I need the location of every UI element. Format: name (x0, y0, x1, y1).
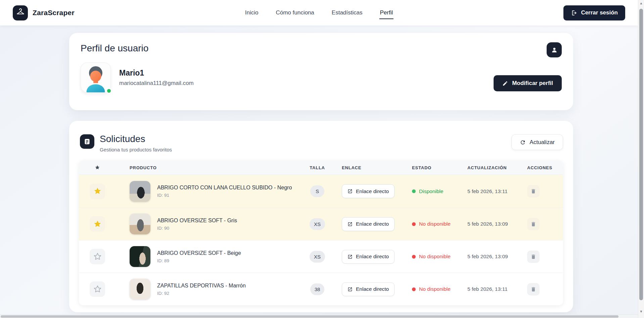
vertical-scrollbar-thumb[interactable] (639, 9, 643, 300)
requests-subtitle: Gestiona tus productos favoritos (100, 147, 172, 152)
column-header-producto: PRODUCTO (116, 165, 304, 170)
status-dot (412, 255, 416, 259)
vertical-scrollbar[interactable]: ▲ ▼ (638, 0, 644, 318)
delete-button[interactable] (527, 218, 540, 230)
favorite-toggle-button[interactable] (90, 216, 105, 232)
external-link-icon (348, 189, 353, 194)
direct-link-label: Enlace directo (356, 221, 389, 227)
avatar (81, 62, 111, 93)
document-icon (80, 134, 94, 149)
delete-button[interactable] (527, 185, 540, 197)
table-row: ABRIGO OVERSIZE SOFT - Beige ID: 89 XS E… (79, 240, 563, 273)
edit-profile-label: Modificar perfil (512, 80, 553, 87)
product-title: ABRIGO OVERSIZE SOFT - Beige (157, 250, 241, 256)
username: Mario1 (119, 69, 194, 78)
product-thumbnail (130, 181, 150, 202)
product-title: ABRIGO OVERSIZE SOFT - Gris (157, 218, 237, 224)
refresh-button[interactable]: Actualizar (511, 134, 563, 150)
size-badge: XS (310, 218, 325, 230)
refresh-icon (520, 139, 526, 145)
nav-item-como-funciona[interactable]: Cómo funciona (275, 7, 315, 19)
updated-timestamp: 5 feb 2026, 13:11 (465, 286, 524, 292)
online-status-dot (106, 88, 112, 94)
nav-item-perfil[interactable]: Perfil (379, 7, 394, 19)
status-dot (412, 287, 416, 291)
status-label: No disponible (419, 286, 451, 292)
delete-button[interactable] (527, 251, 540, 263)
favorite-toggle-button[interactable] (90, 184, 105, 199)
table-row: ABRIGO CORTO CON LANA CUELLO SUBIDO - Ne… (79, 175, 563, 208)
status-label: No disponible (419, 254, 451, 260)
column-header-enlace: ENLACE (331, 165, 408, 170)
hanger-icon (13, 5, 28, 20)
pencil-icon (502, 81, 508, 86)
product-title: ZAPATILLAS DEPORTIVAS - Marrón (157, 283, 246, 289)
updated-timestamp: 5 feb 2026, 13:11 (465, 188, 524, 194)
status: Disponible (408, 188, 465, 194)
direct-link-label: Enlace directo (356, 254, 389, 260)
profile-summary: Mario1 mariocatalina111@gmail.com (81, 62, 562, 93)
requests-table: PRODUCTO TALLA ENLACE ESTADO ACTUALIZACI… (79, 161, 563, 305)
updated-timestamp: 5 feb 2026, 13:09 (465, 221, 524, 227)
table-header-row: PRODUCTO TALLA ENLACE ESTADO ACTUALIZACI… (79, 161, 563, 175)
delete-button[interactable] (527, 283, 540, 296)
direct-link-button[interactable]: Enlace directo (342, 282, 395, 296)
profile-card: Perfil de usuario (69, 33, 573, 110)
top-bar: ZaraScraper Inicio Cómo funciona Estadís… (0, 0, 638, 26)
nav-item-inicio[interactable]: Inicio (244, 7, 259, 19)
direct-link-button[interactable]: Enlace directo (342, 250, 395, 264)
scroll-down-arrow-icon[interactable]: ▼ (638, 310, 644, 313)
product-id: ID: 91 (157, 193, 292, 198)
table-row: ZAPATILLAS DEPORTIVAS - Marrón ID: 92 38… (79, 273, 563, 305)
horizontal-scrollbar[interactable] (0, 314, 638, 318)
status-dot (412, 189, 416, 193)
nav-item-estadisticas[interactable]: Estadísticas (331, 7, 363, 19)
requests-title: Solicitudes (100, 134, 172, 144)
column-header-acciones: ACCIONES (524, 165, 563, 170)
updated-timestamp: 5 feb 2026, 13:09 (465, 254, 524, 260)
requests-card: Solicitudes Gestiona tus productos favor… (69, 121, 573, 312)
refresh-label: Actualizar (530, 139, 555, 146)
status: No disponible (408, 254, 465, 260)
product-id: ID: 92 (157, 291, 246, 296)
product-thumbnail (130, 246, 150, 267)
status-label: No disponible (419, 221, 451, 227)
favorite-toggle-button[interactable] (90, 249, 105, 264)
product-id: ID: 89 (157, 258, 241, 263)
logout-button[interactable]: Cerrar sesión (563, 5, 625, 20)
favorite-column-star-icon (79, 165, 116, 170)
product-title: ABRIGO CORTO CON LANA CUELLO SUBIDO - Ne… (157, 185, 292, 191)
product-thumbnail (130, 214, 150, 234)
app-title: ZaraScraper (33, 9, 75, 17)
user-badge-icon (547, 42, 562, 57)
size-badge: 38 (310, 283, 325, 295)
logout-icon (571, 10, 577, 16)
logout-label: Cerrar sesión (581, 9, 618, 16)
external-link-icon (348, 254, 353, 259)
table-row: ABRIGO OVERSIZE SOFT - Gris ID: 90 XS En… (79, 208, 563, 240)
brand: ZaraScraper (13, 5, 75, 20)
status: No disponible (408, 286, 465, 292)
favorite-toggle-button[interactable] (90, 281, 105, 297)
column-header-estado: ESTADO (408, 165, 465, 170)
column-header-talla: TALLA (304, 165, 331, 170)
column-header-actualizacion: ACTUALIZACIÓN (465, 165, 524, 170)
status-label: Disponible (419, 188, 443, 194)
product-thumbnail (130, 279, 150, 300)
size-badge: XS (310, 251, 325, 263)
direct-link-label: Enlace directo (356, 188, 389, 194)
direct-link-button[interactable]: Enlace directo (342, 184, 395, 198)
user-email: mariocatalina111@gmail.com (119, 80, 194, 87)
status: No disponible (408, 221, 465, 227)
external-link-icon (348, 222, 353, 227)
main-nav: Inicio Cómo funciona Estadísticas Perfil (244, 0, 394, 26)
direct-link-button[interactable]: Enlace directo (342, 217, 395, 231)
page: ZaraScraper Inicio Cómo funciona Estadís… (0, 0, 644, 318)
scroll-up-arrow-icon[interactable]: ▲ (638, 1, 644, 5)
edit-profile-button[interactable]: Modificar perfil (494, 75, 562, 91)
size-badge: S (310, 185, 324, 197)
horizontal-scrollbar-thumb[interactable] (1, 315, 618, 318)
status-dot (412, 222, 416, 226)
external-link-icon (348, 287, 353, 292)
direct-link-label: Enlace directo (356, 286, 389, 292)
